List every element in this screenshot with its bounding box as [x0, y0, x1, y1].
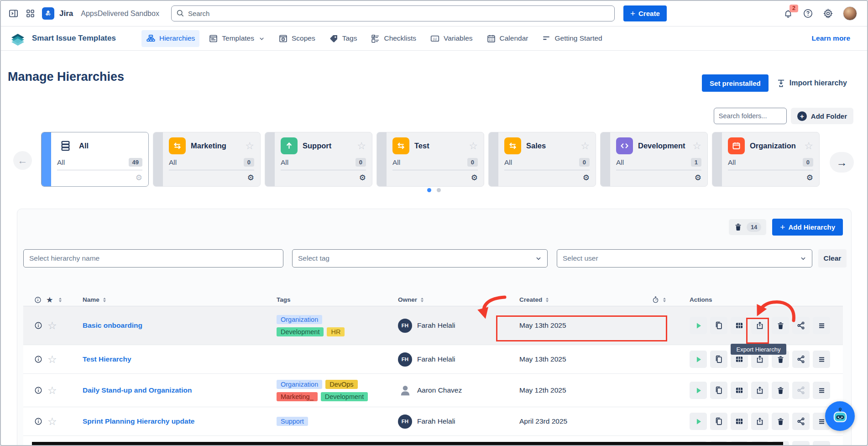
delete-button[interactable]	[772, 382, 789, 399]
tag-filter-select[interactable]: Select tag	[292, 249, 548, 268]
star-icon[interactable]: ☆	[47, 320, 57, 331]
gear-icon[interactable]: ⚙	[583, 174, 590, 182]
import-hierarchy-button[interactable]: Import hierarchy	[776, 79, 847, 88]
clear-filters-button[interactable]: Clear	[818, 249, 847, 268]
sort-toggle[interactable]	[59, 298, 62, 302]
folder-card-test[interactable]: Test ☆ All 0 ⚙	[376, 132, 484, 187]
run-button[interactable]	[690, 317, 707, 334]
star-icon[interactable]: ☆	[469, 141, 478, 151]
user-filter-select[interactable]: Select user	[557, 249, 812, 268]
set-preinstalled-button[interactable]: Set preinstalled	[702, 74, 769, 92]
copy-button[interactable]	[710, 413, 727, 430]
gear-icon[interactable]: ⚙	[806, 174, 813, 182]
star-icon[interactable]: ☆	[692, 141, 701, 151]
gear-icon[interactable]: ⚙	[247, 174, 254, 182]
export-button[interactable]	[751, 317, 769, 334]
copy-button[interactable]	[710, 382, 727, 399]
gear-icon[interactable]: ⚙	[359, 174, 366, 182]
export-button[interactable]	[751, 382, 769, 399]
star-icon[interactable]: ☆	[804, 141, 813, 151]
avatar[interactable]	[843, 6, 857, 21]
hierarchy-name-filter-input[interactable]	[23, 249, 283, 268]
star-icon[interactable]: ☆	[47, 416, 57, 427]
folder-card-all[interactable]: All All 49 ⚙	[41, 132, 149, 187]
star-icon[interactable]: ☆	[580, 141, 590, 151]
star-icon[interactable]: ☆	[245, 141, 254, 151]
star-icon[interactable]: ☆	[357, 141, 366, 151]
sort-toggle[interactable]	[663, 298, 666, 302]
carousel-prev-button[interactable]: ←	[13, 151, 32, 170]
folder-card-sales[interactable]: Sales ☆ All 0 ⚙	[488, 132, 596, 187]
add-hierarchy-button[interactable]: + Add Hierarchy	[772, 219, 843, 236]
learn-more-link[interactable]: Learn more	[812, 34, 860, 42]
sort-toggle[interactable]	[421, 298, 424, 302]
folder-card-support[interactable]: Support ☆ All 0 ⚙	[265, 132, 372, 187]
table-view-button[interactable]	[731, 413, 748, 430]
tab-hierarchies[interactable]: Hierarchies	[141, 30, 199, 47]
hierarchy-name-link[interactable]: Test Hierarchy	[83, 355, 131, 363]
copy-button[interactable]	[710, 351, 727, 368]
share-button[interactable]	[792, 351, 810, 368]
notifications-button[interactable]: 2	[783, 9, 793, 19]
tab-variables[interactable]: (x) Variables	[425, 30, 477, 47]
copy-button[interactable]	[710, 317, 727, 334]
search-folders-input[interactable]	[714, 108, 787, 124]
delete-button[interactable]	[772, 317, 789, 334]
table-view-button[interactable]	[731, 382, 748, 399]
table-row[interactable]: ☆ Basic onboarding Organization Developm…	[23, 306, 843, 345]
menu-button[interactable]	[813, 441, 830, 446]
gear-icon[interactable]: ⚙	[471, 174, 478, 182]
tab-getting-started[interactable]: Getting Started	[537, 30, 607, 47]
column-header-created[interactable]: Created	[508, 296, 647, 303]
folder-card-marketing[interactable]: Marketing ☆ All 0 ⚙	[153, 132, 261, 187]
chatbot-button[interactable]	[825, 401, 855, 431]
sort-toggle[interactable]	[103, 298, 106, 302]
export-button[interactable]	[751, 413, 769, 430]
run-button[interactable]	[690, 413, 707, 430]
hierarchy-name-link[interactable]: Daily Stand-up and Organization	[83, 386, 192, 394]
table-view-button[interactable]	[731, 317, 748, 334]
menu-button[interactable]	[813, 382, 830, 399]
share-button[interactable]	[792, 317, 810, 334]
star-icon[interactable]: ☆	[47, 354, 57, 365]
menu-button[interactable]	[813, 317, 830, 334]
bulk-delete-button[interactable]: 14	[729, 219, 766, 235]
hierarchy-name-link[interactable]: Basic onboarding	[83, 321, 142, 330]
menu-button[interactable]	[813, 351, 830, 368]
table-row[interactable]: ☆ Sprint Planning Hierarchy update Suppo…	[23, 407, 843, 436]
add-folder-button[interactable]: + Add Folder	[791, 108, 853, 124]
tab-tags[interactable]: Tags	[324, 30, 362, 47]
run-button[interactable]	[690, 382, 707, 399]
table-row[interactable]: ☆ Daily Stand-up and Organization Organi…	[23, 374, 843, 407]
column-header-name[interactable]: Name	[79, 296, 273, 303]
gear-icon[interactable]: ⚙	[136, 174, 142, 182]
share-button[interactable]	[792, 413, 810, 430]
delete-button[interactable]	[772, 413, 789, 430]
share-button[interactable]	[792, 441, 810, 446]
gear-icon[interactable]: ⚙	[695, 174, 701, 182]
column-header-duration[interactable]	[647, 296, 684, 304]
table-row[interactable]: ☆ Test Hierarchy FH Farah Helali May 13t…	[23, 345, 843, 374]
star-icon[interactable]: ★	[47, 296, 52, 303]
hierarchy-name-link[interactable]: Sprint Planning Hierarchy update	[83, 417, 194, 425]
tab-checklists[interactable]: Checklists	[366, 30, 421, 47]
tab-scopes[interactable]: Scopes	[274, 30, 320, 47]
sidebar-toggle-icon[interactable]	[8, 8, 19, 19]
create-button[interactable]: + Create	[623, 5, 667, 21]
run-button[interactable]	[690, 351, 707, 368]
tab-templates[interactable]: Templates	[204, 30, 269, 47]
carousel-dot[interactable]	[427, 188, 431, 192]
settings-button[interactable]	[823, 8, 833, 19]
column-header-owner[interactable]: Owner	[396, 296, 508, 303]
app-switcher-icon[interactable]	[26, 9, 35, 18]
folder-card-development[interactable]: Development ☆ All 1 ⚙	[600, 132, 708, 187]
jira-logo[interactable]	[42, 7, 54, 20]
carousel-next-button[interactable]: →	[830, 152, 854, 173]
help-button[interactable]	[803, 8, 813, 19]
star-icon[interactable]: ☆	[47, 385, 57, 396]
sort-toggle[interactable]	[546, 298, 549, 302]
tab-calendar[interactable]: Calendar	[482, 30, 533, 47]
search-input[interactable]	[171, 5, 615, 21]
carousel-dot[interactable]	[437, 188, 441, 192]
folder-card-organization[interactable]: Organization ☆ All 0 ⚙	[712, 132, 820, 187]
